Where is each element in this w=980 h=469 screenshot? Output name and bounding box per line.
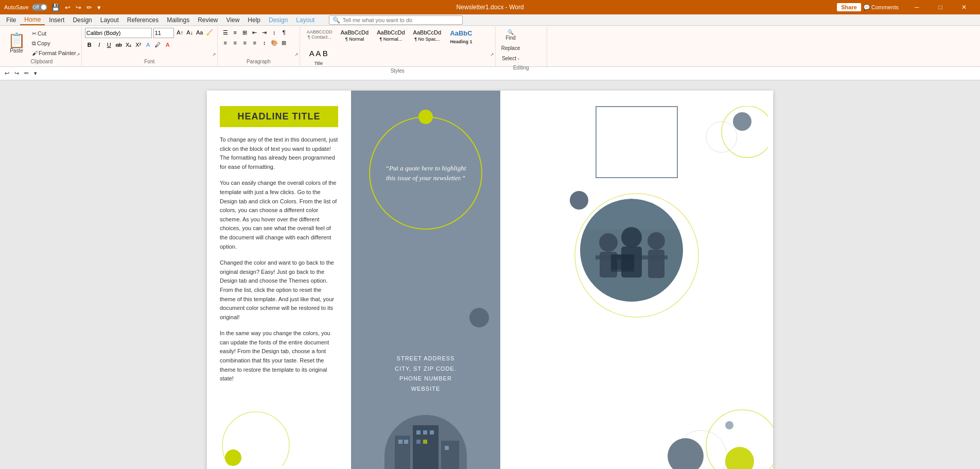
justify-button[interactable]: ≡ — [250, 38, 259, 47]
style-heading1[interactable]: AaBbCHeading 1 — [446, 28, 477, 46]
bullets-button[interactable]: ☰ — [221, 28, 230, 37]
menu-insert[interactable]: Insert — [45, 15, 68, 25]
paragraph-expand-icon[interactable]: ↗ — [294, 52, 299, 57]
comments-button[interactable]: 💬 Comments — [863, 4, 899, 11]
strikethrough-button[interactable]: ab — [114, 40, 124, 49]
svg-rect-6 — [404, 440, 408, 444]
borders-button[interactable]: ⊞ — [279, 38, 289, 47]
clipboard-expand-icon[interactable]: ↗ — [76, 52, 80, 57]
close-button[interactable]: ✕ — [952, 0, 976, 14]
find-label: Find — [505, 35, 515, 41]
shading-button[interactable]: 🎨 — [270, 38, 279, 47]
menu-view[interactable]: View — [222, 15, 244, 25]
italic-button[interactable]: I — [95, 40, 104, 49]
replace-button[interactable]: Replace — [499, 44, 523, 53]
bold-button[interactable]: B — [85, 40, 94, 49]
change-case-button[interactable]: Aa — [195, 28, 204, 37]
headline-banner[interactable]: HEADLINE TITLE — [220, 106, 338, 127]
search-input[interactable] — [342, 17, 456, 23]
style-title[interactable]: A A BTitle — [303, 47, 334, 68]
highlight-button[interactable]: 🖊 — [153, 40, 163, 49]
style-no-spacing[interactable]: AaBbCcDd¶ No Spac... — [410, 28, 445, 46]
superscript-button[interactable]: X² — [134, 40, 143, 49]
cut-button[interactable]: ✂ Cut — [30, 29, 78, 38]
copy-button[interactable]: ⧉ Copy — [30, 39, 78, 48]
svg-point-24 — [647, 232, 665, 250]
body-text-2[interactable]: You can easily change the overall colors… — [220, 179, 338, 251]
more-bar-icon[interactable]: ▾ — [32, 70, 39, 77]
page: HEADLINE TITLE To change any of the text… — [207, 91, 773, 469]
font-size-input[interactable] — [153, 28, 174, 38]
find-button[interactable]: 🔍 Find — [499, 28, 523, 42]
menu-design[interactable]: Design — [68, 15, 96, 25]
menu-layout2[interactable]: Layout — [292, 15, 319, 25]
svg-point-30 — [668, 438, 704, 469]
undo-bar-icon[interactable]: ↩ — [3, 70, 11, 77]
styles-expand-icon[interactable]: ↗ — [490, 52, 494, 57]
svg-rect-27 — [611, 270, 634, 272]
middle-column: “Put a quote here to highlight this issu… — [351, 91, 500, 469]
body-text-3[interactable]: Changed the color and want to go back to… — [220, 258, 338, 322]
svg-rect-7 — [416, 430, 421, 435]
quote-circle[interactable]: “Put a quote here to highlight this issu… — [369, 116, 482, 230]
clear-format-button[interactable]: 🧹 — [205, 28, 214, 37]
menu-mailings[interactable]: Mailings — [163, 15, 194, 25]
document-title: Newsletter1.docx - Word — [456, 4, 523, 11]
increase-indent-button[interactable]: ⇥ — [260, 28, 269, 37]
align-left-button[interactable]: ≡ — [221, 38, 230, 47]
sort-button[interactable]: ↕ — [270, 28, 279, 37]
menu-design2[interactable]: Design — [265, 15, 292, 25]
decrease-font-button[interactable]: A↓ — [185, 28, 195, 37]
more-icon[interactable]: ▾ — [96, 3, 102, 12]
document-area[interactable]: HEADLINE TITLE To change any of the text… — [0, 80, 980, 469]
cut-icon: ✂ — [32, 30, 37, 37]
menu-file[interactable]: File — [2, 15, 20, 25]
increase-font-button[interactable]: A↑ — [176, 28, 185, 37]
multilevel-button[interactable]: ⊞ — [240, 28, 250, 37]
svg-point-32 — [725, 421, 733, 429]
clipboard-group: 📋 Paste ✂ Cut ⧉ Copy 🖌 Format Painter Cl… — [2, 27, 82, 66]
menu-help[interactable]: Help — [243, 15, 265, 25]
paste-button[interactable]: 📋 Paste — [5, 29, 28, 57]
svg-point-31 — [725, 447, 754, 469]
show-marks-button[interactable]: ¶ — [279, 28, 289, 37]
minimize-button[interactable]: ─ — [905, 0, 929, 14]
menu-review[interactable]: Review — [194, 15, 222, 25]
format-painter-button[interactable]: 🖌 Format Painter — [30, 48, 78, 58]
numbering-button[interactable]: ≡ — [231, 28, 240, 37]
font-group-label: Font — [85, 59, 214, 65]
menu-references[interactable]: References — [123, 15, 163, 25]
font-color-button[interactable]: A — [163, 40, 172, 49]
body-text-1[interactable]: To change any of the text in this docume… — [220, 135, 338, 171]
text-effect-button[interactable]: A — [144, 40, 153, 49]
styles-gallery: AABBCCDD¶ Contact... AaBbCcDd¶ Normal Aa… — [303, 28, 488, 68]
style-normal[interactable]: AaBbCcDd¶ Normal — [337, 28, 372, 46]
style-contact[interactable]: AABBCCDD¶ Contact... — [303, 28, 336, 46]
select-button[interactable]: Select - — [499, 54, 523, 63]
save-icon[interactable]: 💾 — [50, 3, 61, 12]
undo-icon[interactable]: ↩ — [64, 3, 72, 12]
line-spacing-button[interactable]: ↕ — [260, 38, 269, 47]
body-text-4[interactable]: In the same way you change the colors, y… — [220, 329, 338, 384]
underline-button[interactable]: U — [104, 40, 114, 49]
dark-dot-dec — [570, 191, 588, 210]
title-bar: AutoSave Off 💾 ↩ ↪ ✏ ▾ Newsletter1.docx … — [0, 0, 980, 14]
autosave-toggle[interactable]: Off — [32, 4, 47, 11]
restore-button[interactable]: □ — [929, 0, 952, 14]
style-normal2[interactable]: AaBbCcDd¶ Normal... — [373, 28, 408, 46]
redo-icon[interactable]: ↪ — [75, 3, 82, 12]
align-center-button[interactable]: ≡ — [231, 38, 240, 47]
styles-group-label: Styles — [303, 68, 492, 75]
menu-layout[interactable]: Layout — [96, 15, 123, 25]
decrease-indent-button[interactable]: ⇤ — [250, 28, 259, 37]
subscript-button[interactable]: X₂ — [124, 40, 133, 49]
share-button[interactable]: Share — [837, 3, 861, 11]
align-right-button[interactable]: ≡ — [240, 38, 250, 47]
font-expand-icon[interactable]: ↗ — [212, 52, 216, 57]
redo-bar-icon[interactable]: ↪ — [13, 70, 21, 77]
draw-icon[interactable]: ✏ — [85, 3, 93, 12]
font-name-input[interactable] — [85, 28, 152, 38]
select-label: Select - — [502, 56, 519, 61]
draw-bar-icon[interactable]: ✏ — [23, 70, 30, 77]
menu-home[interactable]: Home — [20, 15, 45, 25]
